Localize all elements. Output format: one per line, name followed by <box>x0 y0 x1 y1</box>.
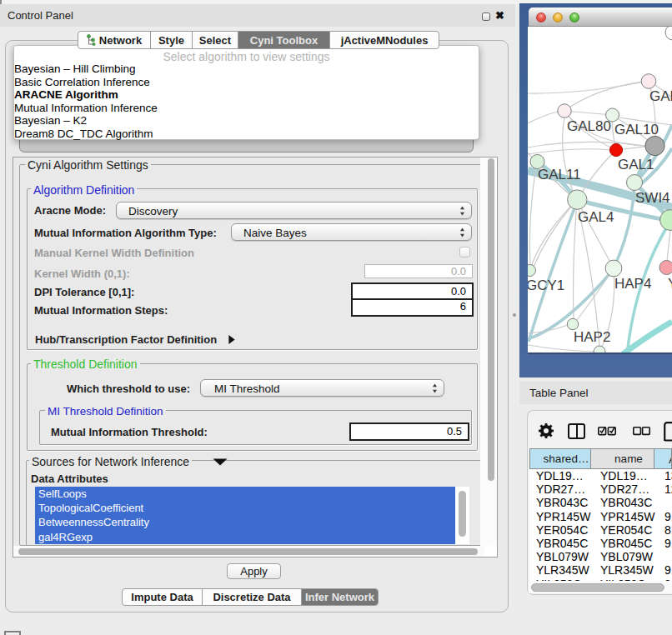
svg-text:GAL4: GAL4 <box>578 209 614 225</box>
svg-text:HAP4: HAP4 <box>614 276 651 292</box>
svg-text:GAL7: GAL7 <box>649 88 672 104</box>
svg-text:GAL80: GAL80 <box>567 118 611 134</box>
svg-text:HAP2: HAP2 <box>574 329 610 345</box>
svg-text:GAL10: GAL10 <box>614 122 659 138</box>
svg-text:GAL11: GAL11 <box>538 167 581 182</box>
svg-text:Y: Y <box>668 276 672 292</box>
svg-text:GCY1: GCY1 <box>528 278 564 293</box>
svg-text:SWI4: SWI4 <box>635 190 670 206</box>
svg-text:GAL1: GAL1 <box>618 157 654 172</box>
